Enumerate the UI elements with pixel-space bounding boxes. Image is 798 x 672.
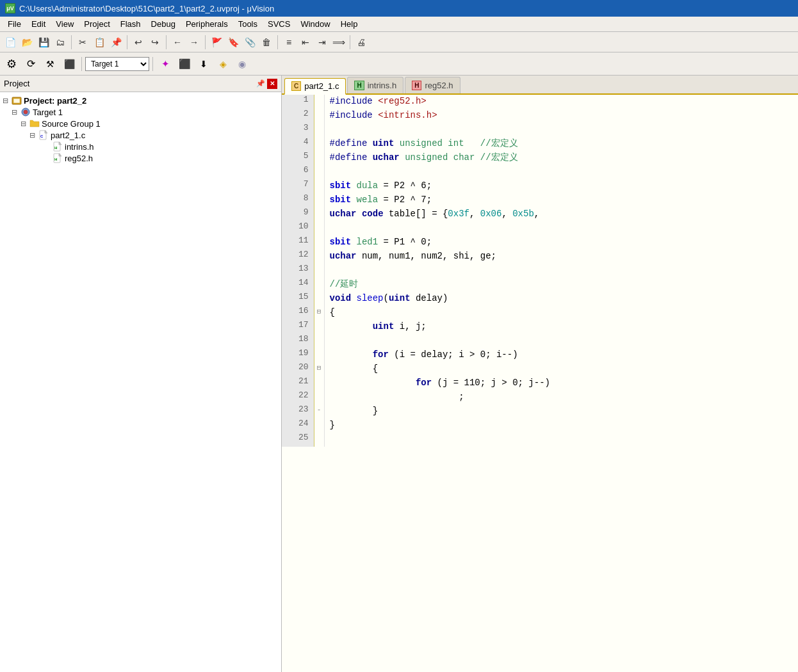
tree-item-project[interactable]: ⊟ Project: part2_2 bbox=[3, 95, 279, 106]
cut-button[interactable]: ✂ bbox=[75, 35, 90, 50]
menu-item-help[interactable]: Help bbox=[336, 18, 363, 30]
code-content-21[interactable]: for (j = 110; j > 0; j--) bbox=[324, 376, 798, 390]
target-select[interactable]: Target 1 bbox=[85, 57, 149, 71]
align2-button[interactable]: ⟹ bbox=[331, 35, 346, 50]
cpu-button[interactable]: ⬛ bbox=[175, 55, 193, 73]
unindent-button[interactable]: ⇤ bbox=[298, 35, 313, 50]
code-editor[interactable]: 1#include <reg52.h>2#include <intrins.h>… bbox=[282, 95, 798, 672]
menu-item-project[interactable]: Project bbox=[79, 18, 115, 30]
code-line-12: 12uchar num, num1, num2, shi, ge; bbox=[282, 250, 798, 264]
code-content-16[interactable]: { bbox=[324, 306, 798, 320]
bookmark1-button[interactable]: 🚩 bbox=[209, 35, 224, 50]
code-content-6[interactable] bbox=[324, 165, 798, 179]
line-number-24: 24 bbox=[282, 419, 314, 433]
code-content-9[interactable]: uchar code table[] = {0x3f, 0x06, 0x5b, bbox=[324, 207, 798, 221]
code-line-9: 9uchar code table[] = {0x3f, 0x06, 0x5b, bbox=[282, 207, 798, 221]
batch-build-button[interactable]: ⚒ bbox=[41, 55, 59, 73]
menu-item-peripherals[interactable]: Peripherals bbox=[181, 18, 233, 30]
panel-icon-group: 📌 ✕ bbox=[256, 79, 277, 89]
code-content-20[interactable]: { bbox=[324, 362, 798, 376]
menu-item-tools[interactable]: Tools bbox=[233, 18, 263, 30]
line-number-18: 18 bbox=[282, 334, 314, 348]
indent-button[interactable]: ≡ bbox=[281, 35, 297, 50]
menu-item-debug[interactable]: Debug bbox=[146, 18, 181, 30]
bookmark4-button[interactable]: 🗑 bbox=[259, 35, 274, 50]
code-content-5[interactable]: #define uchar unsigned char //宏定义 bbox=[324, 151, 798, 165]
code-content-22[interactable]: ; bbox=[324, 390, 798, 404]
code-line-1: 1#include <reg52.h> bbox=[282, 95, 798, 109]
line-number-11: 11 bbox=[282, 236, 314, 250]
code-line-13: 13 bbox=[282, 264, 798, 278]
menu-item-view[interactable]: View bbox=[51, 18, 79, 30]
code-content-13[interactable] bbox=[324, 264, 798, 278]
open-file-button[interactable]: 📂 bbox=[19, 35, 35, 50]
redo-button[interactable]: ↪ bbox=[147, 35, 163, 50]
code-line-6: 6 bbox=[282, 165, 798, 179]
app-icon: μV bbox=[5, 3, 15, 13]
code-content-1[interactable]: #include <reg52.h> bbox=[324, 95, 798, 109]
menu-item-window[interactable]: Window bbox=[295, 18, 335, 30]
code-content-3[interactable] bbox=[324, 123, 798, 137]
code-content-17[interactable]: uint i, j; bbox=[324, 320, 798, 334]
menu-item-svcs[interactable]: SVCS bbox=[263, 18, 295, 30]
nav-fwd-button[interactable]: → bbox=[186, 35, 202, 50]
code-content-7[interactable]: sbit dula = P2 ^ 6; bbox=[324, 179, 798, 193]
intrins-h-label: intrins.h bbox=[65, 142, 94, 152]
tree-item-reg52-h[interactable]: H reg52.h bbox=[38, 152, 279, 164]
download-button[interactable]: ⬇ bbox=[195, 55, 213, 73]
code-content-12[interactable]: uchar num, num1, num2, shi, ge; bbox=[324, 250, 798, 264]
code-content-8[interactable]: sbit wela = P2 ^ 7; bbox=[324, 193, 798, 207]
menu-item-file[interactable]: File bbox=[3, 18, 26, 30]
fold-col-9 bbox=[314, 207, 324, 221]
save-all-button[interactable]: 🗂 bbox=[53, 35, 68, 50]
code-content-18[interactable] bbox=[324, 334, 798, 348]
print-button[interactable]: 🖨 bbox=[354, 35, 369, 50]
menu-item-edit[interactable]: Edit bbox=[26, 18, 51, 30]
debug-options-button[interactable]: ◉ bbox=[233, 55, 251, 73]
magic-wand-button[interactable]: ✦ bbox=[156, 55, 174, 73]
undo-button[interactable]: ↩ bbox=[131, 35, 146, 50]
rebuild-button[interactable]: ⟳ bbox=[22, 55, 40, 73]
paste-button[interactable]: 📌 bbox=[108, 35, 124, 50]
copy-button[interactable]: 📋 bbox=[92, 35, 107, 50]
code-content-15[interactable]: void sleep(uint delay) bbox=[324, 292, 798, 306]
panel-pin-button[interactable]: 📌 bbox=[256, 79, 266, 89]
tree-item-source-group[interactable]: ⊟ Source Group 1 bbox=[20, 118, 279, 129]
code-line-14: 14//延时 bbox=[282, 278, 798, 292]
tree-item-target[interactable]: ⊟ Target 1 bbox=[12, 106, 279, 118]
code-content-19[interactable]: for (i = delay; i > 0; i--) bbox=[324, 348, 798, 362]
tree-item-part2-c[interactable]: ⊟ C part2_1.c bbox=[29, 129, 279, 141]
code-content-2[interactable]: #include <intrins.h> bbox=[324, 109, 798, 123]
fold-col-1 bbox=[314, 95, 324, 109]
code-content-14[interactable]: //延时 bbox=[324, 278, 798, 292]
code-content-25[interactable] bbox=[324, 433, 798, 447]
menu-item-flash[interactable]: Flash bbox=[115, 18, 146, 30]
tab-part2-c[interactable]: C part2_1.c bbox=[284, 78, 346, 95]
start-debug-button[interactable]: ◈ bbox=[214, 55, 232, 73]
tab-h-icon: H bbox=[354, 81, 364, 90]
code-content-10[interactable] bbox=[324, 221, 798, 236]
new-file-button[interactable]: 📄 bbox=[3, 35, 18, 50]
fold-col-16[interactable]: ⊟ bbox=[314, 306, 324, 320]
fold-col-23[interactable]: - bbox=[314, 404, 324, 419]
bookmark2-button[interactable]: 🔖 bbox=[225, 35, 241, 50]
fold-col-2 bbox=[314, 109, 324, 123]
code-content-11[interactable]: sbit led1 = P1 ^ 0; bbox=[324, 236, 798, 250]
fold-col-3 bbox=[314, 123, 324, 137]
stop-build-button[interactable]: ⬛ bbox=[60, 55, 78, 73]
save-button[interactable]: 💾 bbox=[36, 35, 51, 50]
svg-rect-1 bbox=[13, 99, 20, 103]
toolbar-separator-5 bbox=[277, 35, 278, 49]
code-content-24[interactable]: } bbox=[324, 419, 798, 433]
tab-reg52-h[interactable]: H reg52.h bbox=[405, 77, 460, 93]
build-target-button[interactable]: ⚙ bbox=[3, 55, 20, 73]
code-content-4[interactable]: #define uint unsigned int //宏定义 bbox=[324, 137, 798, 151]
bookmark3-button[interactable]: 📎 bbox=[242, 35, 257, 50]
code-content-23[interactable]: } bbox=[324, 404, 798, 419]
tree-item-intrins-h[interactable]: H intrins.h bbox=[38, 141, 279, 152]
nav-back-button[interactable]: ← bbox=[170, 35, 185, 50]
panel-close-button[interactable]: ✕ bbox=[267, 79, 277, 89]
align-button[interactable]: ⇥ bbox=[314, 35, 330, 50]
tab-intrins-h[interactable]: H intrins.h bbox=[347, 77, 403, 93]
fold-col-20[interactable]: ⊟ bbox=[314, 362, 324, 376]
